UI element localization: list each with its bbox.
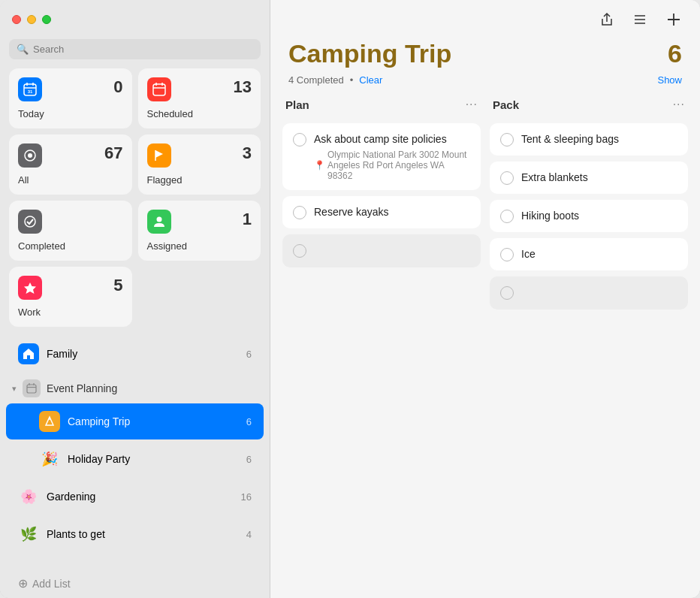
add-list-button[interactable]: ⊕ Add List [6, 569, 264, 598]
completed-icon [18, 210, 42, 234]
list-title-area: Camping Trip 6 [270, 39, 700, 74]
list-item-family[interactable]: Family 6 [6, 336, 264, 372]
clear-link[interactable]: Clear [359, 74, 382, 86]
search-icon: 🔍 [17, 44, 29, 55]
svg-rect-15 [27, 385, 36, 393]
main-content: Camping Trip 6 4 Completed • Clear Show … [270, 0, 700, 598]
add-button[interactable] [662, 8, 685, 31]
smart-list-flagged[interactable]: 3 Flagged [138, 134, 261, 195]
flagged-label: Flagged [147, 174, 252, 186]
list-title: Camping Trip [288, 39, 451, 68]
list-item-holiday-party[interactable]: 🎉 Holiday Party 6 [6, 441, 264, 477]
task-text-2: Reserve kayaks [314, 205, 389, 219]
assigned-count: 1 [243, 210, 252, 229]
pack-column: Pack ··· Tent & sleeping bags Extra blan… [490, 98, 688, 586]
task-empty-pack[interactable] [490, 276, 688, 310]
scheduled-count: 13 [234, 77, 252, 97]
svg-marker-14 [24, 282, 36, 294]
all-label: All [18, 174, 123, 186]
smart-list-work[interactable]: 5 Work [9, 267, 132, 327]
scheduled-icon [147, 77, 171, 101]
flagged-icon [147, 143, 171, 168]
pack-column-title: Pack [493, 98, 519, 111]
plants-count: 4 [246, 529, 252, 540]
task-hiking-boots[interactable]: Hiking boots [490, 200, 688, 232]
group-event-planning[interactable]: ▾ Event Planning [0, 373, 270, 403]
svg-point-13 [156, 217, 161, 222]
task-checkbox-pack1[interactable] [500, 133, 514, 146]
event-planning-name: Event Planning [47, 382, 117, 394]
search-input[interactable] [33, 44, 253, 55]
camping-trip-count: 6 [246, 416, 252, 427]
plan-column: Plan ··· Ask about camp site policies 📍 … [282, 98, 481, 586]
minimize-button[interactable] [27, 15, 36, 24]
camping-trip-name: Camping Trip [68, 415, 239, 427]
lines-button[interactable] [629, 9, 650, 30]
plan-column-title: Plan [285, 98, 309, 111]
smart-list-all[interactable]: 67 All [9, 134, 132, 195]
list-item-camping-trip[interactable]: Camping Trip 6 [6, 403, 264, 439]
task-checkbox-pack4[interactable] [500, 248, 514, 261]
lists-section: Family 6 ▾ Event Planning [0, 336, 270, 569]
completed-text: 4 Completed [288, 74, 344, 86]
smart-list-assigned[interactable]: 1 Assigned [138, 201, 261, 261]
task-checkbox-pack2[interactable] [500, 171, 514, 185]
search-bar[interactable]: 🔍 [9, 39, 261, 59]
family-count: 6 [246, 349, 252, 360]
main-toolbar [270, 0, 700, 39]
holiday-party-icon: 🎉 [39, 448, 60, 470]
task-checkbox-empty-pack[interactable] [500, 286, 514, 300]
task-location-1: 📍 Olympic National Park 3002 Mount Angel… [293, 150, 470, 181]
share-button[interactable] [596, 9, 617, 30]
assigned-icon [147, 210, 171, 234]
completed-label: Completed [18, 240, 123, 252]
task-reserve-kayaks[interactable]: Reserve kayaks [282, 196, 481, 228]
gardening-name: Gardening [47, 491, 234, 503]
svg-rect-5 [153, 84, 165, 95]
titlebar [0, 0, 270, 39]
task-checkbox-2[interactable] [293, 206, 306, 219]
task-ice[interactable]: Ice [490, 238, 688, 270]
smart-list-scheduled[interactable]: 13 Scheduled [138, 68, 261, 128]
flagged-count: 3 [243, 143, 252, 163]
today-icon: 31 [18, 77, 42, 101]
svg-point-12 [25, 216, 35, 227]
location-icon: 📍 [314, 160, 325, 171]
task-checkbox-empty-plan[interactable] [293, 244, 306, 258]
task-text-pack4: Ice [521, 247, 536, 261]
holiday-party-name: Holiday Party [68, 453, 239, 465]
dot-separator: • [350, 74, 354, 86]
list-item-gardening[interactable]: 🌸 Gardening 16 [6, 479, 264, 515]
app-window: 🔍 0 31 Today [0, 0, 700, 598]
pack-more-button[interactable]: ··· [673, 98, 685, 111]
task-text-pack3: Hiking boots [521, 209, 579, 222]
smart-list-completed[interactable]: Completed [9, 201, 132, 261]
all-count: 67 [104, 143, 122, 163]
task-text-1: Ask about camp site policies [314, 132, 447, 146]
close-button[interactable] [12, 15, 21, 24]
task-ask-policies[interactable]: Ask about camp site policies 📍 Olympic N… [282, 123, 481, 190]
show-link[interactable]: Show [657, 74, 682, 86]
maximize-button[interactable] [42, 15, 51, 24]
task-checkbox-1[interactable] [293, 133, 306, 146]
task-checkbox-pack3[interactable] [500, 210, 514, 223]
chevron-down-icon: ▾ [12, 384, 17, 394]
work-label: Work [18, 307, 123, 318]
smart-list-today[interactable]: 0 31 Today [9, 68, 132, 128]
list-item-plants-to-get[interactable]: 🌿 Plants to get 4 [6, 516, 264, 552]
task-tent-sleeping-bags[interactable]: Tent & sleeping bags [490, 123, 688, 156]
task-extra-blankets[interactable]: Extra blankets [490, 162, 688, 194]
svg-text:31: 31 [28, 89, 33, 94]
all-icon [18, 143, 42, 168]
list-count-large: 6 [668, 39, 682, 68]
gardening-icon: 🌸 [18, 486, 39, 507]
task-empty-plan[interactable] [282, 234, 481, 267]
smart-lists-grid: 0 31 Today 13 [0, 68, 270, 336]
event-planning-icon [23, 379, 41, 397]
add-list-label: Add List [32, 578, 71, 590]
plan-column-header: Plan ··· [282, 98, 481, 117]
work-icon [18, 276, 42, 300]
holiday-party-count: 6 [246, 454, 252, 465]
completed-bar: 4 Completed • Clear Show [270, 74, 700, 98]
plan-more-button[interactable]: ··· [466, 98, 478, 111]
